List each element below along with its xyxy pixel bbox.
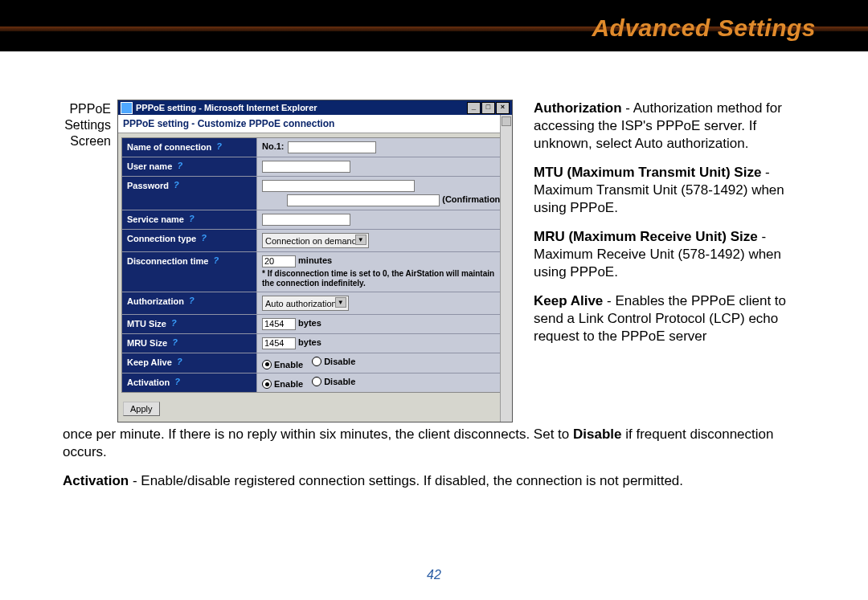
pppoe-settings-screenshot: PPPoE setting - Microsoft Internet Explo… [117, 100, 513, 422]
maximize-icon[interactable]: □ [481, 102, 495, 114]
ie-icon [121, 102, 133, 114]
label-service-name: Service name [127, 214, 184, 224]
disconnection-time-input[interactable]: 20 [262, 255, 296, 267]
label-disconnection-time: Disconnection time [127, 256, 208, 266]
password-input[interactable] [262, 180, 415, 192]
body-text: once per minute. If there is no reply wi… [63, 426, 805, 490]
help-icon[interactable]: ? [173, 378, 182, 386]
activation-enable-radio[interactable]: Enable [262, 379, 303, 389]
service-name-input[interactable] [262, 214, 350, 226]
help-icon[interactable]: ? [187, 296, 196, 305]
header-band: Advanced Settings [0, 0, 868, 55]
help-icon[interactable]: ? [211, 256, 220, 265]
mru-unit: bytes [298, 337, 321, 347]
label-connection-type: Connection type [127, 234, 196, 243]
username-input[interactable] [262, 161, 350, 173]
screenshot-caption: PPPoE Settings Screen [63, 100, 111, 149]
label-user-name: User name [127, 161, 172, 171]
help-icon[interactable]: ? [199, 234, 208, 243]
mtu-input[interactable]: 1454 [262, 318, 296, 330]
confirmation-label: (Confirmation) [442, 194, 503, 204]
minutes-label: minutes [298, 255, 332, 265]
help-icon[interactable]: ? [175, 357, 184, 366]
mru-input[interactable]: 1454 [262, 337, 296, 349]
label-mtu-size: MTU Size [127, 319, 166, 329]
name-input[interactable] [288, 141, 376, 153]
description-column: Authorization - Authorization method for… [519, 100, 805, 357]
help-icon[interactable]: ? [172, 181, 181, 190]
window-subtitle: PPPoE setting - Customize PPPoE connecti… [118, 115, 512, 133]
help-icon[interactable]: ? [170, 338, 179, 347]
password-confirm-input[interactable] [287, 194, 440, 206]
label-authorization: Authorization [127, 296, 184, 306]
help-icon[interactable]: ? [187, 214, 196, 223]
label-mru-size: MRU Size [127, 338, 167, 348]
label-keep-alive: Keep Alive [127, 357, 172, 367]
label-activation: Activation [127, 378, 170, 387]
keepalive-disable-radio[interactable]: Disable [312, 357, 355, 366]
disconnection-note: * If disconnection time is set to 0, the… [262, 269, 503, 288]
label-name-of-connection: Name of connection [127, 142, 211, 152]
help-icon[interactable]: ? [170, 319, 178, 328]
help-icon[interactable]: ? [215, 142, 223, 151]
label-password: Password [127, 181, 169, 190]
window-title-text: PPPoE setting - Microsoft Internet Explo… [136, 103, 317, 112]
mtu-unit: bytes [298, 318, 321, 328]
minimize-icon[interactable]: _ [467, 102, 481, 114]
scroll-up-icon[interactable] [502, 116, 511, 126]
settings-form: Name of connection? No.1: User name? Pas… [121, 137, 509, 393]
authorization-select[interactable]: Auto authorization [262, 296, 349, 311]
help-icon[interactable]: ? [175, 161, 184, 170]
scrollbar[interactable] [500, 115, 512, 422]
apply-button[interactable]: Apply [123, 402, 160, 416]
close-icon[interactable]: × [496, 102, 510, 114]
conn-prefix: No.1: [262, 141, 285, 151]
page-title: Advanced Settings [592, 14, 816, 42]
activation-disable-radio[interactable]: Disable [312, 377, 355, 386]
connection-type-select[interactable]: Connection on demand [262, 233, 369, 248]
window-titlebar: PPPoE setting - Microsoft Internet Explo… [118, 100, 512, 115]
keepalive-enable-radio[interactable]: Enable [262, 360, 303, 369]
page-number: 42 [0, 568, 868, 582]
